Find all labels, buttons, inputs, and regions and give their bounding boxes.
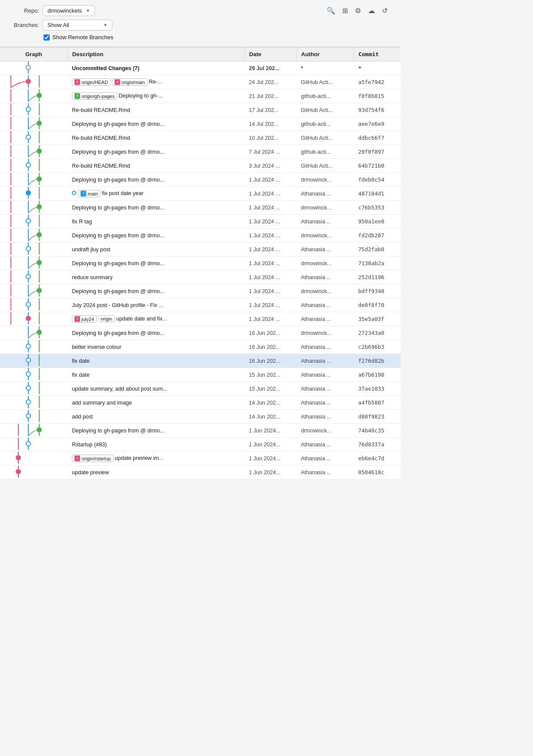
svg-point-69 (26, 302, 30, 307)
cloud-icon[interactable]: ☁ (368, 7, 375, 15)
description-cell: ᵞ main fix post date year (67, 187, 244, 201)
table-row[interactable]: fix date15 Jun 202...Athanasia ...a67b61… (0, 368, 401, 382)
table-row[interactable]: Deploying to gh-pages from @ drmo...7 Ju… (0, 145, 401, 159)
table-row[interactable]: Deploying to gh-pages from @ drmo...1 Ju… (0, 173, 401, 187)
description-cell: Deploying to gh-pages from @ drmo... (67, 117, 244, 131)
gear-icon[interactable]: ⚙ (355, 7, 361, 15)
svg-point-13 (26, 107, 30, 111)
svg-point-105 (16, 469, 20, 474)
table-row[interactable]: ᵞ origin/gh-pages Deploying to gh-...21 … (0, 89, 401, 103)
author-cell: drmowinck... (297, 424, 354, 438)
date-cell: 1 Jul 2024 ... (245, 256, 297, 270)
table-row[interactable]: ᵞ origin/HEAD ᵞ origin/main Re-...24 Jul… (0, 75, 401, 89)
date-cell: 1 Jun 2024... (245, 466, 297, 479)
table-row[interactable]: fix date16 Jun 202...Athanasia ...f276d8… (0, 354, 401, 368)
table-row[interactable]: undraft jluy post1 Jul 2024 ...Athanasia… (0, 243, 401, 256)
table-row[interactable]: ᵞ origin/rstartup update preview im...1 … (0, 452, 401, 466)
graph-cell (0, 438, 67, 452)
graph-cell (0, 382, 67, 396)
table-row[interactable]: Deploying to gh-pages from @ drmo...1 Ju… (0, 256, 401, 270)
table-row[interactable]: update preview1 Jun 2024...Athanasia ...… (0, 466, 401, 479)
table-row[interactable]: Uncommitted Changes (7)29 Jul 202...** (0, 61, 401, 75)
author-cell: Athanasia ... (297, 410, 354, 424)
graph-cell (0, 145, 67, 159)
table-row[interactable]: fix R tag1 Jul 2024 ...Athanasia ...950a… (0, 215, 401, 229)
author-cell: Athanasia ... (297, 312, 354, 326)
commit-cell: 93d754f6 (354, 103, 401, 117)
svg-point-85 (26, 372, 30, 376)
commit-cell: 487184d1 (354, 187, 401, 201)
commit-cell: d88f9823 (354, 410, 401, 424)
terminal-icon[interactable]: ⊞ (342, 7, 348, 15)
table-row[interactable]: ᵞ july24 origin update date and fix...1 … (0, 312, 401, 326)
date-cell: 15 Jun 202... (245, 368, 297, 382)
table-row[interactable]: add summary and image14 Jun 202...Athana… (0, 396, 401, 410)
commit-description: Deploying to gh-pages from @ drmo... (72, 121, 164, 127)
author-cell: GitHub Acti... (297, 75, 354, 89)
date-cell: 1 Jun 2024... (245, 424, 297, 438)
svg-point-5 (26, 79, 30, 84)
date-cell: 1 Jul 2024 ... (245, 229, 297, 243)
description-cell: Deploying to gh-pages from @ drmo... (67, 284, 244, 298)
graph-svg (0, 61, 57, 74)
description-cell: July 2024 post - GitHub profile - Fix ..… (67, 298, 244, 312)
branches-dropdown[interactable]: Show All ▼ (43, 20, 112, 30)
table-row[interactable]: July 2024 post - GitHub profile - Fix ..… (0, 298, 401, 312)
tag-label: origin (101, 316, 112, 321)
table-header-row: Graph Description Date Author Commit (0, 47, 401, 61)
graph-svg (0, 145, 57, 157)
col-header-description: Description (67, 47, 244, 61)
commit-cell: de0f8f70 (354, 298, 401, 312)
svg-point-17 (37, 121, 41, 125)
table-row[interactable]: Deploying to gh-pages from @ drmo...1 Ju… (0, 424, 401, 438)
date-cell: 1 Jul 2024 ... (245, 270, 297, 284)
table-row[interactable]: update summary, add about post sum...15 … (0, 382, 401, 396)
svg-point-53 (26, 246, 30, 251)
commit-cell: 37ae1033 (354, 382, 401, 396)
author-cell: drmowinck... (297, 326, 354, 340)
repo-row: Repo: drmowinckels ▼ 🔍 ⊞ ⚙ ☁ ↺ (9, 5, 392, 16)
description-cell: update preview (67, 466, 244, 479)
show-remote-checkbox[interactable] (44, 34, 50, 40)
table-row[interactable]: Re-build README.Rmd3 Jul 2024 ...GitHub … (0, 159, 401, 173)
commit-cell: 20f0f897 (354, 145, 401, 159)
description-cell: Re-build README.Rmd (67, 159, 244, 173)
author-cell: github-acti... (297, 117, 354, 131)
date-cell: 15 Jun 202... (245, 382, 297, 396)
author-cell: drmowinck... (297, 256, 354, 270)
branches-label: Branches: (9, 22, 39, 28)
graph-svg (0, 396, 57, 408)
table-row[interactable]: Deploying to gh-pages from @ drmo...16 J… (0, 326, 401, 340)
date-cell: 21 Jul 202... (245, 89, 297, 103)
commit-tbody: Uncommitted Changes (7)29 Jul 202...** ᵞ… (0, 61, 401, 479)
date-cell: 10 Jul 202... (245, 131, 297, 145)
author-cell: * (297, 61, 354, 75)
svg-point-94 (26, 414, 30, 418)
refresh-icon[interactable]: ↺ (382, 7, 388, 15)
table-row[interactable]: Re-build README.Rmd17 Jul 202...GitHub A… (0, 103, 401, 117)
table-row[interactable]: Deploying to gh-pages from @ drmo...14 J… (0, 117, 401, 131)
table-row[interactable]: ᵞ main fix post date year1 Jul 2024 ...A… (0, 187, 401, 201)
repo-dropdown[interactable]: drmowinckels ▼ (43, 5, 95, 16)
description-cell: reduce summary (67, 270, 244, 284)
commit-description: fix date (72, 372, 89, 378)
table-row[interactable]: Re-build README.Rmd10 Jul 202...GitHub A… (0, 131, 401, 145)
author-cell: Athanasia ... (297, 368, 354, 382)
commit-cell: ddbc66f7 (354, 131, 401, 145)
commit-cell: 35e5a03f (354, 312, 401, 326)
table-row[interactable]: add post14 Jun 202...Athanasia ...d88f98… (0, 410, 401, 424)
table-row[interactable]: Deploying to gh-pages from @ drmo...1 Ju… (0, 229, 401, 243)
graph-cell (0, 354, 67, 368)
table-row[interactable]: Rstartup (#83)1 Jun 2024...Athanasia ...… (0, 438, 401, 452)
author-cell: github-acti... (297, 145, 354, 159)
description-cell: add summary and image (67, 396, 244, 410)
branch-tag: ᵞ origin/gh-pages (72, 92, 117, 100)
table-row[interactable]: Deploying to gh-pages from @ drmo...1 Ju… (0, 284, 401, 298)
commit-cell: 74b48c35 (354, 424, 401, 438)
table-row[interactable]: Deploying to gh-pages from @ drmo...1 Ju… (0, 201, 401, 215)
table-row[interactable]: better inverse colour16 Jun 202...Athana… (0, 340, 401, 354)
commit-description: Deploying to gh-pages from @ drmo... (72, 428, 164, 434)
search-icon[interactable]: 🔍 (327, 7, 335, 15)
table-row[interactable]: reduce summary1 Jul 2024 ...Athanasia ..… (0, 270, 401, 284)
graph-svg (0, 354, 57, 366)
